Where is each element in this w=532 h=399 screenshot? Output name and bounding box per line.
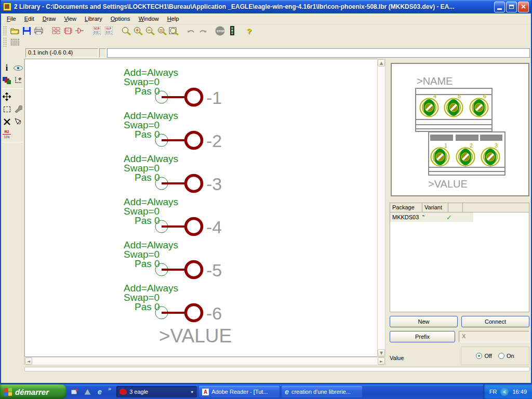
svg-text:Pas 0: Pas 0 (135, 215, 160, 226)
horizontal-scrollbar[interactable]: ◄ ► (24, 357, 385, 365)
quick-launch: e » (66, 384, 115, 399)
menu-help[interactable]: Help (164, 15, 183, 23)
open-icon[interactable] (9, 25, 21, 36)
zoom-in-icon[interactable] (132, 25, 144, 36)
windows-logo-icon (4, 388, 12, 396)
palette-separator (2, 142, 23, 142)
scroll-left-button[interactable]: ◄ (25, 357, 32, 365)
scroll-up-button[interactable]: ▲ (378, 59, 385, 66)
package-preview: >NAME (391, 63, 529, 196)
toolbar-drag-handle[interactable] (3, 26, 7, 35)
menu-window[interactable]: Window (135, 15, 163, 23)
close-button[interactable]: ✕ (518, 2, 529, 12)
change-tool[interactable] (12, 103, 24, 115)
delete-tool[interactable] (1, 115, 12, 128)
name-value-tool[interactable]: R2 10k (1, 128, 12, 140)
redo-icon[interactable] (197, 25, 209, 36)
task-creation-librerie[interactable]: e creation d'une librerie... (282, 386, 362, 397)
connect-button[interactable]: Connect (461, 316, 529, 327)
eye-icon (14, 65, 23, 71)
value-on-option[interactable]: On (498, 353, 514, 359)
zoom-redraw-icon[interactable] (168, 25, 180, 36)
menu-bar: File Edit Draw View Library Options Wind… (1, 14, 531, 24)
undo-icon[interactable] (185, 25, 197, 36)
menu-library[interactable]: Library (81, 15, 106, 23)
use-library-icon[interactable] (50, 25, 62, 36)
script-icon[interactable]: SCR (91, 25, 103, 36)
ulp-icon[interactable]: ULP (103, 25, 115, 36)
ie-icon: e (285, 388, 289, 396)
menu-edit[interactable]: Edit (21, 15, 38, 23)
new-button[interactable]: New (390, 316, 458, 327)
move-icon (3, 92, 11, 101)
package-row-mkkds03[interactable]: MKKDS03 " ✓ (390, 212, 473, 222)
svg-text:Pas 0: Pas 0 (135, 129, 160, 140)
radio-off[interactable] (476, 353, 482, 359)
show-desktop-icon[interactable] (71, 388, 79, 396)
menu-view[interactable]: View (60, 15, 80, 23)
package-icon[interactable]: IC (62, 25, 74, 36)
device-editor-canvas[interactable]: Add=Always Swap=0 Pas 0 -1 Add=Always Sw… (24, 59, 377, 357)
svg-text:5: 5 (458, 93, 461, 99)
minimize-icon (497, 8, 502, 10)
vertical-scrollbar[interactable]: ▲ ▼ (377, 59, 385, 357)
display-tool[interactable] (1, 74, 12, 87)
svg-text:-2: -2 (206, 131, 222, 151)
zoom-select-icon[interactable] (156, 25, 168, 36)
svg-text:2: 2 (470, 142, 473, 149)
menu-draw[interactable]: Draw (39, 15, 60, 23)
menu-file[interactable]: File (3, 15, 20, 23)
task-eagle-group[interactable]: 3 eagle ▼ (116, 386, 197, 397)
mark-tool[interactable]: 0 (12, 74, 24, 87)
svg-text:Pas 0: Pas 0 (135, 258, 160, 269)
info-tool[interactable]: i (1, 62, 12, 74)
close-icon: ✕ (521, 3, 526, 10)
pin-6[interactable]: Add=Always Swap=0 Pas 0 -6 (124, 283, 222, 323)
move-tool[interactable] (1, 90, 12, 103)
media-player-icon[interactable] (83, 388, 91, 396)
radio-on[interactable] (498, 353, 504, 359)
value-label: Value (390, 351, 461, 361)
prefix-button[interactable]: Prefix (390, 331, 455, 342)
menu-options[interactable]: Options (107, 15, 134, 23)
print-icon[interactable] (33, 25, 45, 36)
task-group-dropdown-icon[interactable]: ▼ (190, 390, 194, 394)
grid-icon[interactable] (9, 37, 21, 48)
task-adobe-reader[interactable]: A Adobe Reader - [Tut... (199, 386, 280, 397)
parameter-separator (99, 48, 106, 58)
traffic-light-icon[interactable] (226, 25, 238, 36)
add-tool[interactable] (12, 115, 24, 128)
ie-icon[interactable]: e (96, 388, 104, 396)
toolbar2-drag-handle[interactable] (3, 37, 7, 47)
language-indicator[interactable]: FR (489, 389, 497, 395)
scroll-right-button[interactable]: ► (378, 357, 385, 365)
window-title: 2 Library - C:\Documents and Settings\LO… (14, 3, 494, 10)
pin-4[interactable]: Add=Always Swap=0 Pas 0 -4 (124, 196, 222, 237)
add-icon (15, 118, 22, 126)
svg-text:1: 1 (444, 142, 447, 149)
value-off-option[interactable]: Off (476, 353, 491, 359)
zoom-out-icon[interactable] (144, 25, 156, 36)
stop-icon[interactable]: STOP (214, 25, 226, 36)
pin-2[interactable]: Add=Always Swap=0 Pas 0 -2 (124, 110, 222, 151)
title-bar: 2 Library - C:\Documents and Settings\LO… (1, 0, 531, 14)
pin-5[interactable]: Add=Always Swap=0 Pas 0 -5 (124, 240, 222, 280)
command-input[interactable] (107, 48, 530, 58)
pin-1[interactable]: Add=Always Swap=0 Pas 0 -1 (124, 67, 222, 108)
minimize-button[interactable] (494, 2, 505, 12)
language-bar-icon[interactable]: < (500, 388, 509, 396)
prefix-value-field[interactable]: X (459, 331, 529, 342)
save-icon[interactable] (21, 25, 33, 36)
quick-launch-overflow-icon[interactable]: » (108, 384, 111, 392)
gate-icon[interactable] (74, 25, 86, 36)
pin-3[interactable]: Add=Always Swap=0 Pas 0 -3 (124, 153, 222, 194)
clock: 16:49 (512, 389, 527, 395)
start-button[interactable]: démarrer (0, 384, 66, 399)
group-tool[interactable] (1, 103, 12, 115)
name-placeholder-text: >NAME (417, 75, 453, 87)
scroll-down-button[interactable]: ▼ (378, 349, 385, 356)
show-tool[interactable] (12, 62, 24, 74)
help-icon[interactable]: ? (243, 25, 255, 36)
restore-button[interactable] (506, 2, 517, 12)
zoom-fit-icon[interactable] (120, 25, 132, 36)
